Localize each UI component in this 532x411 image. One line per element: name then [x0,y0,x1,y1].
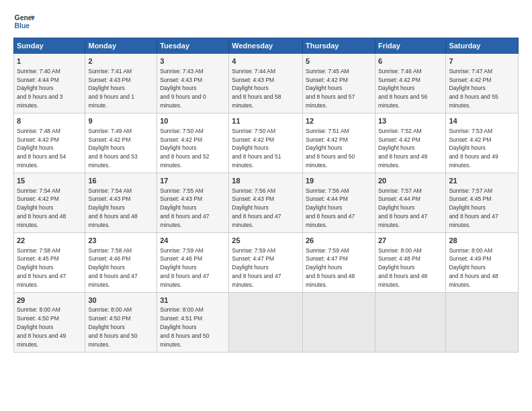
calendar-cell: 16Sunrise: 7:54 AMSunset: 4:43 PMDayligh… [85,173,157,232]
calendar-cell: 8Sunrise: 7:48 AMSunset: 4:42 PMDaylight… [14,113,85,173]
calendar-table: SundayMondayTuesdayWednesdayThursdayFrid… [13,38,519,353]
day-number: 15 [17,176,82,186]
day-info: Sunrise: 7:51 AMSunset: 4:42 PMDaylight … [306,128,355,169]
calendar-cell: 17Sunrise: 7:55 AMSunset: 4:43 PMDayligh… [157,173,229,232]
calendar-cell: 21Sunrise: 7:57 AMSunset: 4:45 PMDayligh… [446,173,519,232]
week-row-2: 8Sunrise: 7:48 AMSunset: 4:42 PMDaylight… [14,113,519,173]
day-number: 26 [306,236,372,246]
col-header-thursday: Thursday [302,38,375,54]
calendar-cell: 25Sunrise: 7:59 AMSunset: 4:47 PMDayligh… [229,232,303,292]
calendar-cell: 7Sunrise: 7:47 AMSunset: 4:42 PMDaylight… [446,54,519,113]
calendar-cell: 18Sunrise: 7:56 AMSunset: 4:43 PMDayligh… [229,173,303,232]
day-number: 19 [306,176,372,186]
day-info: Sunrise: 7:56 AMSunset: 4:44 PMDaylight … [306,187,355,228]
day-info: Sunrise: 7:41 AMSunset: 4:43 PMDaylight … [88,68,134,109]
day-info: Sunrise: 7:54 AMSunset: 4:43 PMDaylight … [88,187,137,228]
calendar-cell: 20Sunrise: 7:57 AMSunset: 4:44 PMDayligh… [375,173,445,232]
calendar-cell: 29Sunrise: 8:00 AMSunset: 4:50 PMDayligh… [14,292,85,352]
day-number: 28 [449,236,515,246]
calendar-cell: 27Sunrise: 8:00 AMSunset: 4:48 PMDayligh… [375,232,445,292]
calendar-cell: 23Sunrise: 7:58 AMSunset: 4:46 PMDayligh… [85,232,157,292]
calendar-cell: 5Sunrise: 7:45 AMSunset: 4:42 PMDaylight… [302,54,375,113]
day-number: 13 [378,116,443,126]
calendar-cell: 9Sunrise: 7:49 AMSunset: 4:42 PMDaylight… [85,113,157,173]
day-number: 20 [378,176,443,186]
day-number: 6 [378,56,443,66]
day-info: Sunrise: 7:55 AMSunset: 4:43 PMDaylight … [160,187,209,228]
day-info: Sunrise: 7:59 AMSunset: 4:47 PMDaylight … [306,247,355,288]
calendar-cell [302,292,375,352]
day-number: 24 [160,236,226,246]
calendar-cell: 28Sunrise: 8:00 AMSunset: 4:49 PMDayligh… [446,232,519,292]
day-number: 18 [232,176,300,186]
day-number: 10 [160,116,226,126]
day-number: 2 [88,56,154,66]
calendar-cell: 19Sunrise: 7:56 AMSunset: 4:44 PMDayligh… [302,173,375,232]
col-header-friday: Friday [375,38,445,54]
day-info: Sunrise: 7:59 AMSunset: 4:47 PMDaylight … [232,247,281,288]
day-info: Sunrise: 8:00 AMSunset: 4:49 PMDaylight … [449,247,498,288]
day-number: 14 [449,116,515,126]
logo: General Blue [13,11,35,32]
header: General Blue [13,11,519,32]
day-number: 3 [160,56,226,66]
header-row: SundayMondayTuesdayWednesdayThursdayFrid… [14,38,519,54]
day-info: Sunrise: 7:53 AMSunset: 4:42 PMDaylight … [449,128,498,169]
day-number: 7 [449,56,515,66]
day-info: Sunrise: 7:45 AMSunset: 4:42 PMDaylight … [306,68,355,109]
day-info: Sunrise: 7:40 AMSunset: 4:44 PMDaylight … [17,68,63,109]
day-info: Sunrise: 7:58 AMSunset: 4:45 PMDaylight … [17,247,66,288]
calendar-cell: 3Sunrise: 7:43 AMSunset: 4:43 PMDaylight… [157,54,229,113]
day-number: 4 [232,56,300,66]
day-info: Sunrise: 7:47 AMSunset: 4:42 PMDaylight … [449,68,498,109]
week-row-1: 1Sunrise: 7:40 AMSunset: 4:44 PMDaylight… [14,54,519,113]
calendar-cell: 6Sunrise: 7:46 AMSunset: 4:42 PMDaylight… [375,54,445,113]
week-row-5: 29Sunrise: 8:00 AMSunset: 4:50 PMDayligh… [14,292,519,352]
day-number: 22 [17,236,82,246]
calendar-cell: 2Sunrise: 7:41 AMSunset: 4:43 PMDaylight… [85,54,157,113]
col-header-monday: Monday [85,38,157,54]
calendar-cell: 10Sunrise: 7:50 AMSunset: 4:42 PMDayligh… [157,113,229,173]
calendar-cell: 4Sunrise: 7:44 AMSunset: 4:43 PMDaylight… [229,54,303,113]
col-header-tuesday: Tuesday [157,38,229,54]
day-info: Sunrise: 7:50 AMSunset: 4:42 PMDaylight … [160,128,209,169]
day-number: 9 [88,116,154,126]
day-number: 16 [88,176,154,186]
day-number: 21 [449,176,515,186]
day-info: Sunrise: 7:46 AMSunset: 4:42 PMDaylight … [378,68,427,109]
calendar-cell: 15Sunrise: 7:54 AMSunset: 4:42 PMDayligh… [14,173,85,232]
day-number: 29 [17,295,82,306]
week-row-3: 15Sunrise: 7:54 AMSunset: 4:42 PMDayligh… [14,173,519,232]
day-number: 30 [88,295,154,306]
calendar-cell [446,292,519,352]
day-info: Sunrise: 8:00 AMSunset: 4:50 PMDaylight … [88,306,137,347]
col-header-saturday: Saturday [446,38,519,54]
day-info: Sunrise: 8:00 AMSunset: 4:48 PMDaylight … [378,247,427,288]
day-info: Sunrise: 7:56 AMSunset: 4:43 PMDaylight … [232,187,281,228]
col-header-sunday: Sunday [14,38,85,54]
day-info: Sunrise: 7:57 AMSunset: 4:45 PMDaylight … [449,187,498,228]
day-info: Sunrise: 7:44 AMSunset: 4:43 PMDaylight … [232,68,281,109]
day-info: Sunrise: 8:00 AMSunset: 4:50 PMDaylight … [17,306,66,347]
day-info: Sunrise: 7:54 AMSunset: 4:42 PMDaylight … [17,187,66,228]
day-info: Sunrise: 7:59 AMSunset: 4:46 PMDaylight … [160,247,209,288]
svg-text:Blue: Blue [15,22,30,30]
calendar-cell: 24Sunrise: 7:59 AMSunset: 4:46 PMDayligh… [157,232,229,292]
calendar-cell: 30Sunrise: 8:00 AMSunset: 4:50 PMDayligh… [85,292,157,352]
calendar-cell: 31Sunrise: 8:00 AMSunset: 4:51 PMDayligh… [157,292,229,352]
day-number: 1 [17,56,82,66]
calendar-page: General Blue SundayMondayTuesdayWednesda… [0,0,532,411]
day-number: 27 [378,236,443,246]
calendar-cell: 12Sunrise: 7:51 AMSunset: 4:42 PMDayligh… [302,113,375,173]
calendar-cell [229,292,303,352]
day-number: 12 [306,116,372,126]
col-header-wednesday: Wednesday [229,38,303,54]
day-info: Sunrise: 7:50 AMSunset: 4:42 PMDaylight … [232,128,281,169]
calendar-cell: 26Sunrise: 7:59 AMSunset: 4:47 PMDayligh… [302,232,375,292]
calendar-cell: 14Sunrise: 7:53 AMSunset: 4:42 PMDayligh… [446,113,519,173]
logo-icon: General Blue [13,11,35,32]
day-info: Sunrise: 7:48 AMSunset: 4:42 PMDaylight … [17,128,66,169]
day-info: Sunrise: 7:43 AMSunset: 4:43 PMDaylight … [160,68,206,109]
day-info: Sunrise: 8:00 AMSunset: 4:51 PMDaylight … [160,306,209,347]
calendar-cell [375,292,445,352]
